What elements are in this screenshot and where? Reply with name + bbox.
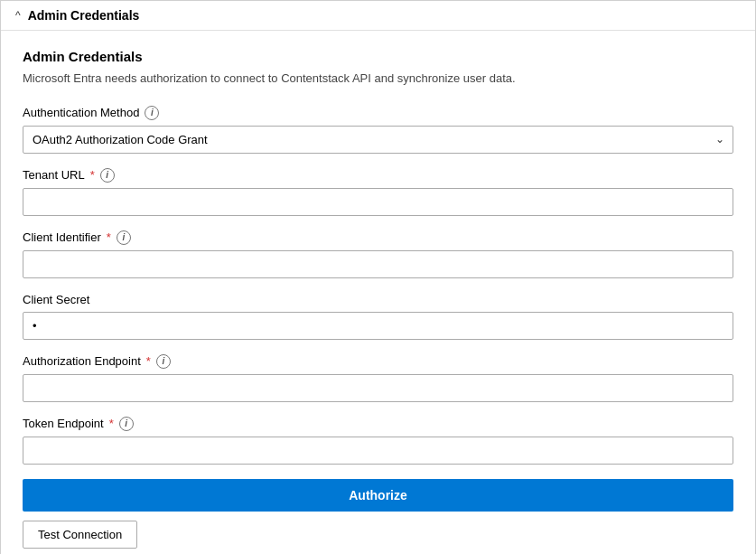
tenant-url-label: Tenant URL * i [23,168,733,183]
form-title: Admin Credentials [23,49,733,64]
admin-credentials-card: ^ Admin Credentials Admin Credentials Mi… [0,0,756,554]
token-endpoint-label: Token Endpoint * i [23,417,733,431]
client-identifier-label: Client Identifier * i [23,230,733,245]
tenant-url-group: Tenant URL * i [23,168,733,216]
tenant-url-required: * [90,168,95,182]
authorization-endpoint-group: Authorization Endpoint * i [23,354,733,402]
authorization-endpoint-label-text: Authorization Endpoint [23,354,141,368]
client-secret-label-text: Client Secret [23,293,89,306]
collapse-chevron-icon[interactable]: ^ [15,9,21,22]
auth-method-group: Authentication Method i OAuth2 Authoriza… [23,106,733,154]
tenant-url-info-icon[interactable]: i [100,168,115,183]
token-endpoint-required: * [109,417,114,430]
authorization-endpoint-required: * [146,354,151,368]
auth-method-label-text: Authentication Method [23,106,139,119]
section-header: ^ Admin Credentials [1,1,755,31]
token-endpoint-group: Token Endpoint * i [23,417,733,465]
client-secret-input[interactable] [23,312,733,340]
section-header-title: Admin Credentials [28,8,140,23]
client-secret-group: Client Secret [23,293,733,340]
token-endpoint-label-text: Token Endpoint [23,417,104,430]
test-connection-button[interactable]: Test Connection [23,521,137,549]
auth-method-select[interactable]: OAuth2 Authorization Code Grant Basic Au… [23,126,733,154]
authorization-endpoint-label: Authorization Endpoint * i [23,354,733,369]
auth-method-label: Authentication Method i [23,106,733,120]
tenant-url-input[interactable] [23,188,733,216]
auth-method-info-icon[interactable]: i [145,106,159,120]
client-identifier-info-icon[interactable]: i [117,230,131,245]
form-description: Microsoft Entra needs authorization to c… [23,70,733,88]
token-endpoint-info-icon[interactable]: i [119,417,134,431]
authorization-endpoint-input[interactable] [23,374,733,402]
client-secret-label: Client Secret [23,293,733,306]
client-identifier-required: * [107,230,111,244]
auth-method-select-wrapper: OAuth2 Authorization Code Grant Basic Au… [23,126,733,154]
client-identifier-label-text: Client Identifier [23,230,101,244]
client-identifier-group: Client Identifier * i [23,230,733,278]
client-identifier-input[interactable] [23,250,733,278]
authorization-endpoint-info-icon[interactable]: i [156,354,171,369]
section-body: Admin Credentials Microsoft Entra needs … [1,31,755,554]
token-endpoint-input[interactable] [23,437,733,465]
authorize-button[interactable]: Authorize [23,479,733,512]
tenant-url-label-text: Tenant URL [23,168,85,182]
